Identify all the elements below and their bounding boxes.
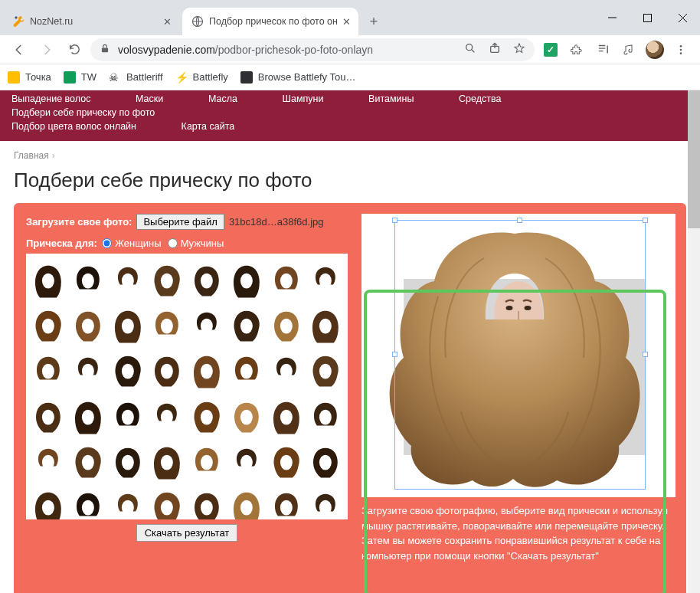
breadcrumb-home[interactable]: Главная	[14, 150, 49, 161]
hairstyle-thumb[interactable]	[69, 395, 107, 438]
omnibox[interactable]: volosvypadenie.com/podbor-prichesok-po-f…	[90, 38, 535, 61]
nav-link[interactable]: Подбор цвета волос онлайн	[11, 120, 136, 133]
hairstyle-thumb[interactable]	[148, 349, 186, 392]
hairstyle-thumb[interactable]	[148, 258, 186, 302]
hairstyle-thumb[interactable]	[109, 485, 147, 519]
nav-link[interactable]: Подбери себе прическу по фото	[11, 106, 155, 120]
hairstyle-thumb[interactable]	[306, 485, 345, 519]
hairstyle-thumb[interactable]	[69, 440, 107, 483]
hairstyle-thumb[interactable]	[227, 395, 266, 438]
preview-canvas[interactable]	[361, 214, 675, 497]
svg-point-48	[42, 500, 54, 516]
hairstyle-thumb[interactable]	[306, 440, 345, 483]
hairstyle-thumb[interactable]	[306, 395, 345, 438]
hairstyle-thumb[interactable]	[69, 485, 107, 519]
hairstyle-thumb[interactable]	[109, 303, 147, 347]
hairstyle-thumb[interactable]	[109, 440, 147, 483]
star-icon[interactable]	[513, 42, 525, 57]
hairstyle-thumb[interactable]	[29, 349, 67, 392]
back-button[interactable]	[8, 38, 31, 61]
nav-link[interactable]: Маски	[136, 92, 163, 106]
gender-male-radio[interactable]	[168, 238, 178, 248]
close-icon[interactable]: ✕	[342, 16, 351, 28]
hairstyle-thumb[interactable]	[29, 395, 67, 438]
bookmark-item[interactable]: Точка	[8, 71, 51, 84]
selection-box[interactable]	[394, 220, 646, 490]
new-tab-button[interactable]: +	[363, 11, 384, 32]
hairstyle-thumb[interactable]	[306, 258, 345, 302]
download-button[interactable]: Скачать результат	[136, 524, 238, 542]
hairstyle-thumb[interactable]	[227, 440, 266, 483]
hairstyle-thumb[interactable]	[29, 258, 67, 302]
hairstyle-thumb[interactable]	[267, 258, 306, 302]
hairstyle-thumb[interactable]	[267, 303, 306, 347]
gender-female-radio[interactable]	[102, 238, 112, 248]
ext-shield-icon[interactable]: ✓	[539, 38, 562, 61]
bookmark-item[interactable]: Browse Battlefy Tou…	[240, 71, 356, 84]
hairstyle-thumb[interactable]	[227, 349, 266, 392]
nav-link[interactable]: Карта сайта	[182, 120, 235, 133]
maximize-button[interactable]	[630, 2, 665, 33]
hairstyle-thumb[interactable]	[306, 349, 345, 392]
hairstyle-thumb[interactable]	[29, 440, 67, 483]
hairstyle-thumb[interactable]	[148, 303, 186, 347]
share-icon[interactable]	[489, 42, 501, 57]
close-window-button[interactable]	[665, 2, 700, 33]
hairstyle-thumb[interactable]	[188, 303, 226, 347]
hairstyle-thumb[interactable]	[188, 349, 226, 392]
close-icon[interactable]: ✕	[163, 16, 172, 28]
bookmark-item[interactable]: ☠Battleriff	[109, 71, 162, 84]
bookmark-item[interactable]: ⚡Battlefly	[175, 71, 228, 84]
tab-inactive[interactable]: NozNet.ru ✕	[3, 8, 179, 35]
hairstyle-thumb[interactable]	[188, 395, 226, 438]
hairstyle-thumb[interactable]	[69, 258, 107, 302]
hairstyle-thumb[interactable]	[29, 485, 67, 519]
hairstyle-thumb[interactable]	[109, 395, 147, 438]
resize-handle[interactable]	[643, 218, 648, 223]
hairstyle-thumb[interactable]	[69, 349, 107, 392]
nav-link[interactable]: Шампуни	[283, 92, 324, 106]
minimize-button[interactable]	[594, 2, 630, 33]
hairstyle-thumb[interactable]	[29, 303, 67, 347]
music-icon[interactable]	[617, 38, 640, 61]
nav-link[interactable]: Масла	[208, 92, 237, 106]
search-icon[interactable]	[464, 42, 476, 57]
nav-link[interactable]: Витамины	[368, 92, 414, 106]
menu-icon[interactable]	[669, 38, 692, 61]
hairstyle-thumb[interactable]	[267, 395, 306, 438]
hairstyle-thumb[interactable]	[306, 303, 345, 347]
hairstyle-thumb[interactable]	[69, 303, 107, 347]
reload-button[interactable]	[63, 38, 86, 61]
hairstyle-thumb[interactable]	[227, 258, 266, 302]
nav-link[interactable]: Выпадение волос	[11, 92, 90, 106]
resize-handle[interactable]	[392, 218, 397, 223]
hairstyle-thumb[interactable]	[148, 485, 186, 519]
resize-handle[interactable]	[392, 352, 397, 357]
choose-file-button[interactable]: Выберите файл	[136, 214, 224, 230]
page-scrollbar[interactable]	[688, 90, 700, 593]
resize-handle[interactable]	[643, 352, 648, 357]
puzzle-icon[interactable]	[565, 38, 588, 61]
hairstyle-thumb[interactable]	[267, 440, 306, 483]
tab-active[interactable]: Подбор причесок по фото онла ✕	[182, 8, 358, 35]
nav-link[interactable]: Средства	[459, 92, 501, 106]
hairstyle-thumb[interactable]	[188, 258, 226, 302]
scrollbar-thumb[interactable]	[688, 90, 700, 228]
hairstyle-thumb[interactable]	[148, 440, 186, 483]
reading-list-icon[interactable]	[591, 38, 614, 61]
bookmark-item[interactable]: TW	[64, 71, 96, 84]
hairstyle-thumb[interactable]	[109, 258, 147, 302]
hairstyle-thumb[interactable]	[148, 395, 186, 438]
hairstyle-thumb[interactable]	[227, 303, 266, 347]
hairstyle-thumb[interactable]	[188, 440, 226, 483]
hairstyle-thumb[interactable]	[227, 485, 266, 519]
hairstyle-palette[interactable]	[26, 254, 348, 519]
resize-handle[interactable]	[517, 218, 522, 223]
lock-icon	[100, 43, 110, 56]
hairstyle-thumb[interactable]	[109, 349, 147, 392]
avatar[interactable]	[643, 38, 666, 61]
hairstyle-thumb[interactable]	[188, 485, 226, 519]
hairstyle-thumb[interactable]	[267, 485, 306, 519]
forward-button[interactable]	[35, 38, 58, 61]
hairstyle-thumb[interactable]	[267, 349, 306, 392]
